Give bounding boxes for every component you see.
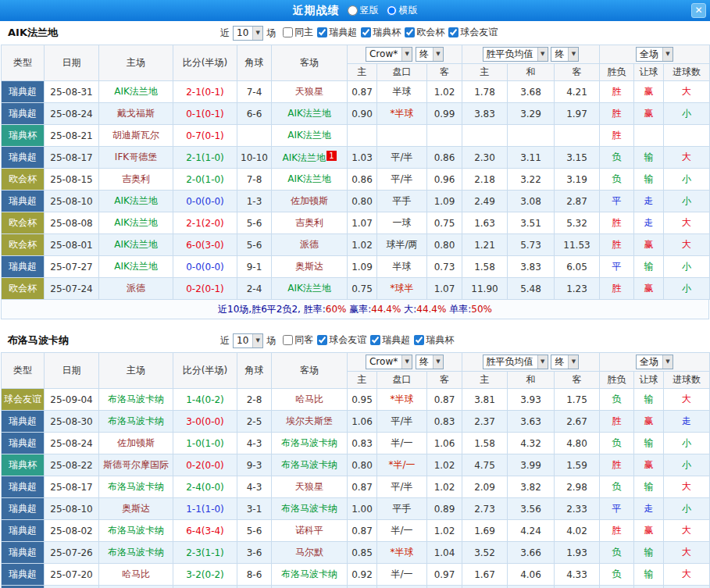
result-cell: 胜 — [600, 125, 634, 147]
odds-home-cell: 0.87 — [348, 520, 377, 542]
away-team-link[interactable]: 布洛马波卡纳 — [281, 503, 337, 514]
away-team-link[interactable]: 天狼星 — [295, 481, 323, 492]
scope-select[interactable]: 全场 ▼ — [636, 355, 673, 369]
match-row: 欧会杯25-08-01AIK法兰地6-0(3-0)5-6派德1.02球半/两0.… — [2, 234, 710, 256]
away-team-link[interactable]: AIK法兰地 — [287, 108, 331, 119]
home-team-link[interactable]: 派德 — [127, 283, 145, 294]
away-team-link[interactable]: AIK法兰地 — [283, 152, 326, 163]
home-team-link[interactable]: 胡迪斯瓦尔 — [112, 130, 159, 141]
away-team-link[interactable]: 布洛马波卡纳 — [281, 459, 337, 470]
summary-bar: 近10场,胜6平2负2, 胜率:60% 赢率:44.4% 大:44.4% 单率:… — [1, 300, 709, 319]
home-team-link[interactable]: 斯德哥尔摩国际 — [103, 459, 169, 470]
filter-checkbox-input[interactable] — [317, 335, 327, 345]
home-team-link[interactable]: AIK法兰地 — [114, 239, 158, 250]
away-team-link[interactable]: 马尔默 — [295, 547, 323, 558]
away-team-link[interactable]: 佐加顿斯 — [291, 195, 328, 206]
count-select[interactable]: 10 ▼ — [233, 26, 263, 41]
league-badge: 瑞典超 — [2, 103, 45, 125]
filter-checkbox-input[interactable] — [283, 27, 293, 37]
home-team-link[interactable]: AIK法兰地 — [114, 217, 158, 228]
wdl-avg-select[interactable]: 胜平负均值 ▼ — [483, 355, 548, 369]
home-team-link[interactable]: 佐加顿斯 — [117, 437, 155, 448]
filter-checkbox-1-1[interactable]: 球会友谊 — [317, 333, 366, 347]
away-team-link[interactable]: 哈马比 — [295, 394, 323, 404]
count-select[interactable]: 10 ▼ — [233, 333, 263, 348]
odds-home-cell: 0.83 — [348, 433, 377, 454]
odds-away-cell: 0.86 — [427, 147, 462, 169]
col-score: 比分(半场) — [173, 45, 237, 81]
filter-checkbox-input[interactable] — [414, 335, 424, 345]
result-cell: 负 — [600, 147, 634, 169]
home-team-link[interactable]: 布洛马波卡纳 — [108, 394, 164, 404]
away-team-link[interactable]: AIK法兰地 — [287, 283, 331, 294]
home-team-link[interactable]: 戴戈福斯 — [117, 108, 155, 119]
avg-away-cell: 3.19 — [555, 169, 600, 191]
away-team-link[interactable]: 布洛马波卡纳 — [281, 568, 337, 579]
filter-checkbox-0-3[interactable]: 欧会杯 — [405, 26, 444, 39]
avg-draw-cell: 4.24 — [508, 520, 555, 542]
filter-checkbox-input[interactable] — [283, 335, 293, 345]
filter-checkbox-input[interactable] — [361, 27, 371, 37]
filter-checkbox-input[interactable] — [448, 27, 458, 37]
odds-group-header: Crow* ▼ 终 ▼ — [348, 353, 462, 372]
league-badge: 欧会杯 — [2, 169, 45, 191]
home-team-link[interactable]: 奥斯达 — [122, 503, 150, 514]
home-team-link[interactable]: 哈马比 — [122, 568, 150, 579]
odds-away-cell: 0.87 — [427, 389, 462, 411]
home-team-link[interactable]: 布洛马波卡纳 — [108, 481, 164, 492]
away-team-link[interactable]: 奥斯达 — [295, 261, 323, 272]
bookmaker-select[interactable]: Crow* ▼ — [366, 355, 412, 369]
home-team-cell: 布洛马波卡纳 — [99, 411, 173, 433]
filter-checkbox-input[interactable] — [405, 27, 415, 37]
away-team-link[interactable]: 派德 — [300, 239, 319, 250]
filter-checkbox-0-4[interactable]: 球会友谊 — [448, 26, 498, 39]
filter-checkbox-0-1[interactable]: 瑞典超 — [317, 26, 357, 39]
layout-vertical-option[interactable]: 竖版 — [348, 4, 379, 17]
home-team-link[interactable]: IFK哥德堡 — [115, 151, 157, 162]
avg-draw-cell: 3.29 — [508, 103, 555, 125]
home-team-link[interactable]: AIK法兰地 — [114, 261, 158, 272]
handicap-cell: 一/球半 — [377, 586, 427, 588]
result-cell: 胜 — [600, 454, 634, 476]
scope-select[interactable]: 全场 ▼ — [636, 47, 673, 62]
final-select[interactable]: 终 ▼ — [551, 47, 579, 62]
home-team-link[interactable]: 布洛马波卡纳 — [108, 547, 164, 558]
odds-away-cell: 0.99 — [427, 103, 462, 125]
filter-checkbox-0-0[interactable]: 同主 — [283, 26, 313, 39]
away-team-link[interactable]: 布洛马波卡纳 — [281, 437, 337, 448]
home-team-link[interactable]: AIK法兰地 — [114, 195, 158, 206]
filter-checkbox-1-0[interactable]: 同客 — [283, 333, 313, 347]
final-select[interactable]: 终 ▼ — [416, 355, 444, 369]
filter-checkbox-1-2[interactable]: 瑞典超 — [370, 333, 410, 347]
away-team-link[interactable]: 诺科平 — [295, 525, 323, 536]
away-team-link[interactable]: 埃尔夫斯堡 — [286, 415, 333, 426]
handicap-cell: 平/半 — [377, 476, 427, 498]
vertical-radio[interactable] — [348, 5, 358, 16]
away-team-link[interactable]: 吉奥利 — [295, 217, 323, 228]
home-team-link[interactable]: AIK法兰地 — [114, 86, 158, 97]
filter-checkbox-input[interactable] — [317, 27, 327, 37]
match-date: 25-08-17 — [45, 147, 99, 169]
filter-bar: 近 10 ▼ 场 同主瑞典超瑞典杯欧会杯球会友谊 — [220, 26, 498, 41]
filter-checkbox-input[interactable] — [370, 335, 380, 345]
avg-away-cell — [555, 125, 600, 147]
handicap-result-cell: 赢 — [634, 234, 664, 256]
home-team-link[interactable]: 吉奥利 — [122, 173, 150, 184]
close-icon[interactable]: ✕ — [691, 3, 706, 18]
horizontal-radio[interactable] — [387, 5, 397, 16]
vertical-radio-label: 竖版 — [360, 4, 379, 17]
bookmaker-select[interactable]: Crow* ▼ — [366, 47, 412, 62]
goals-result-cell: 小 — [664, 169, 710, 191]
home-team-link[interactable]: 布洛马波卡纳 — [108, 525, 164, 536]
away-team-link[interactable]: AIK法兰地 — [287, 173, 331, 184]
filter-checkbox-1-3[interactable]: 瑞典杯 — [414, 333, 454, 347]
home-team-link[interactable]: 布洛马波卡纳 — [108, 415, 164, 426]
wdl-avg-select[interactable]: 胜平负均值 ▼ — [483, 47, 548, 62]
away-team-link[interactable]: 天狼星 — [295, 86, 323, 97]
avg-draw-cell: 3.68 — [508, 81, 555, 103]
layout-horizontal-option[interactable]: 横版 — [387, 4, 418, 17]
final-select[interactable]: 终 ▼ — [551, 355, 579, 369]
final-select[interactable]: 终 ▼ — [416, 47, 444, 62]
filter-checkbox-0-2[interactable]: 瑞典杯 — [361, 26, 401, 39]
away-team-link[interactable]: AIK法兰地 — [287, 130, 331, 141]
